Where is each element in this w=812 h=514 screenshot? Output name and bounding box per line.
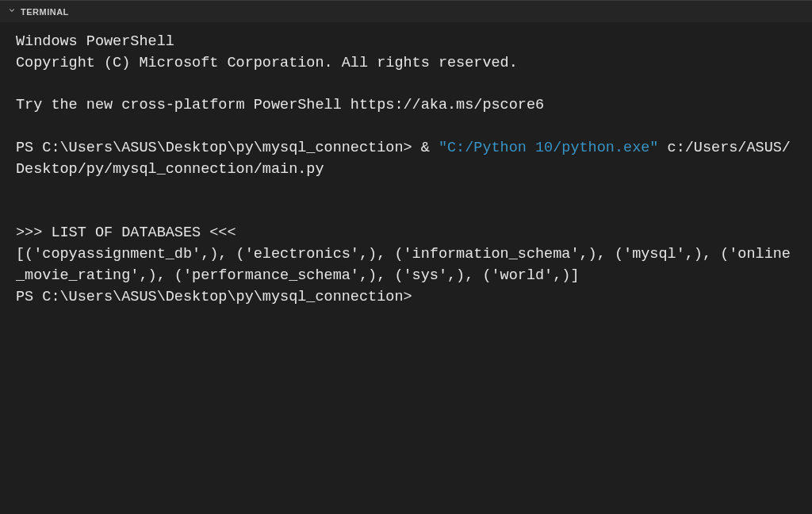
terminal-prompt: PS C:\Users\ASUS\Desktop\py\mysql_connec… xyxy=(16,140,791,178)
terminal-output[interactable]: Windows PowerShell Copyright (C) Microso… xyxy=(0,22,812,318)
quoted-path: "C:/Python 10/python.exe" xyxy=(439,140,659,156)
terminal-prompt: PS C:\Users\ASUS\Desktop\py\mysql_connec… xyxy=(16,289,412,305)
terminal-panel-header[interactable]: TERMINAL xyxy=(0,0,812,22)
terminal-line: Copyright (C) Microsoft Corporation. All… xyxy=(16,55,518,71)
chevron-down-icon xyxy=(8,6,16,17)
terminal-line: Windows PowerShell xyxy=(16,33,174,50)
panel-title: TERMINAL xyxy=(21,7,69,17)
terminal-line: Try the new cross-platform PowerShell ht… xyxy=(16,97,544,113)
terminal-output-list: [('copyassignment_db',), ('electronics',… xyxy=(16,246,791,284)
terminal-output-header: >>> LIST OF DATABASES <<< xyxy=(16,224,236,241)
